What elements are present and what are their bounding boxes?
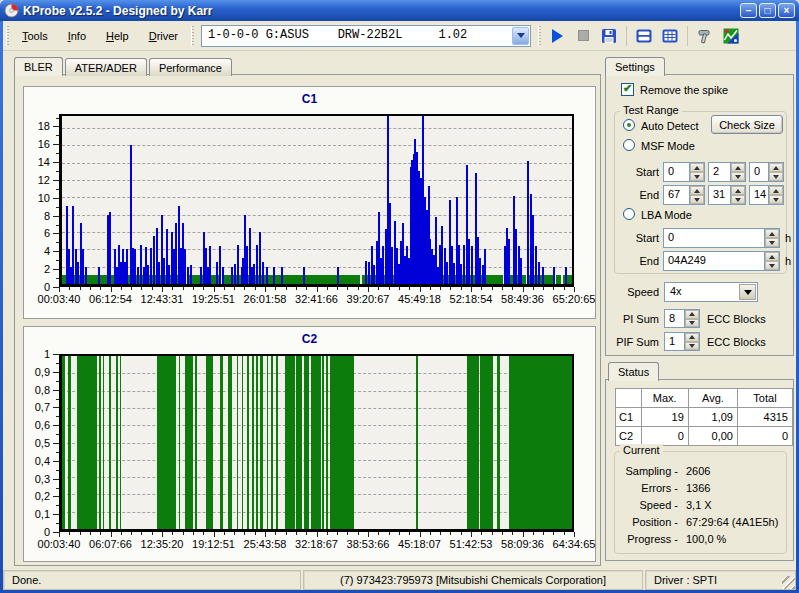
toolbar-grip[interactable] [6,26,9,46]
baseline-segment [544,275,552,284]
menu-item-tools[interactable]: Tools [12,27,58,45]
c1-spike [184,249,186,284]
auto-detect-label: Auto Detect [641,120,698,132]
spin-up-icon[interactable] [690,163,704,172]
c1-spike [77,262,79,284]
x-tick-label: 64:34:65 [542,538,606,550]
disc-info: (7) 973423:795973 [Mitsubishi Chemicals … [303,570,643,590]
pif-sum-field[interactable]: 1 [664,332,700,351]
title-bar[interactable]: KProbe v2.5.2 - Designed by Karr – □ × [0,0,799,21]
start-test-button[interactable] [545,24,569,48]
spin-down-icon[interactable] [765,238,779,247]
tick [255,532,256,535]
y-tick-label: 0,3 [35,473,50,485]
status-table: Max.Avg.TotalC1191,094315C200,000 [615,388,793,446]
chevron-down-icon[interactable] [739,284,756,300]
tick [430,532,431,535]
chevron-down-icon[interactable] [512,27,529,45]
menu-item-driver[interactable]: Driver [139,27,188,45]
spin-up-icon[interactable] [690,186,704,195]
msf-start-frame-field[interactable]: 0 [749,162,784,182]
spin-down-icon[interactable] [690,195,704,204]
spin-down-icon[interactable] [731,195,745,204]
c1-spike [484,249,486,284]
toolbar-grip[interactable] [191,26,194,46]
spin-up-icon[interactable] [685,310,699,319]
tab-status[interactable]: Status [608,362,659,381]
minimize-icon[interactable]: – [740,3,757,18]
auto-detect-radio[interactable] [623,119,635,131]
spin-down-icon[interactable] [765,261,779,270]
app-window: KProbe v2.5.2 - Designed by Karr – □ × T… [0,0,799,593]
tick [574,287,575,292]
maximize-icon[interactable]: □ [759,3,776,18]
c2-bar [416,356,418,529]
c2-x-axis-labels: 00:03:4006:07:6612:35:2019:12:5125:43:58… [59,538,574,551]
lba-mode-radio[interactable] [623,208,635,220]
spin-up-icon[interactable] [765,252,779,261]
check-size-button[interactable]: Check Size [711,115,783,134]
c1-spike [140,245,142,284]
c2-bar [77,356,97,529]
spin-down-icon[interactable] [769,172,783,181]
split-view-button[interactable] [632,24,656,48]
toolbar-grip[interactable] [538,26,541,46]
c2-bar [267,356,269,529]
spin-up-icon[interactable] [731,186,745,195]
menu-accel: H [106,30,114,42]
c1-spike [460,264,462,284]
tab-ater-ader[interactable]: ATER/ADER [65,58,147,76]
msf-end-frame-field[interactable]: 14 [749,185,784,205]
menu-item-info[interactable]: Info [58,27,96,45]
tab-performance[interactable]: Performance [149,58,232,76]
tick [492,532,493,535]
spin-down-icon[interactable] [731,172,745,181]
msf-start-sec-field[interactable]: 2 [708,162,746,182]
c1-spike [542,267,544,284]
c2-bar [256,356,258,529]
msf-end-min-field[interactable]: 67 [663,185,705,205]
status-table-header: Max. [641,389,688,408]
msf-end-sec-field[interactable]: 31 [708,185,746,205]
resize-grip[interactable] [782,576,795,589]
graph-button[interactable] [719,24,743,48]
stop-test-button[interactable] [571,24,595,48]
msf-start-min-field[interactable]: 0 [663,162,705,182]
close-icon[interactable]: × [778,3,795,18]
tools-button[interactable] [693,24,717,48]
spin-down-icon[interactable] [769,195,783,204]
lba-end-field[interactable]: 04A249 [663,251,780,271]
tab-bler[interactable]: BLER [14,57,63,76]
c1-spike [365,261,367,284]
current-row: Speed -3,1 X [614,497,784,514]
spin-up-icon[interactable] [765,229,779,238]
tab-settings[interactable]: Settings [605,57,665,76]
menu-item-help[interactable]: Help [96,27,139,45]
current-row-value: 3,1 X [678,497,784,514]
lba-start-field[interactable]: 0 [663,228,780,248]
spin-up-icon[interactable] [769,186,783,195]
spin-up-icon[interactable] [685,333,699,342]
spin-up-icon[interactable] [769,163,783,172]
c1-spike [259,232,261,284]
split-panels-icon [636,28,652,44]
spin-up-icon[interactable] [731,163,745,172]
save-button[interactable] [597,24,621,48]
remove-spike-checkbox[interactable] [621,83,634,96]
spin-down-icon[interactable] [685,319,699,328]
menu-toolbar-row: ToolsInfoHelpDriver 1-0-0-0 G:ASUS DRW-2… [3,21,796,51]
hammer-tools-icon [697,28,713,44]
c1-spike [453,263,455,284]
drive-select[interactable]: 1-0-0-0 G:ASUS DRW-22B2L 1.02 [201,25,531,47]
report-view-button[interactable] [658,24,682,48]
spin-down-icon[interactable] [690,172,704,181]
c1-spike [471,246,473,284]
speed-select[interactable]: 4x [664,282,758,302]
c2-bar [116,356,118,529]
start-icon [552,29,563,43]
tick [244,287,245,290]
spin-down-icon[interactable] [685,342,699,351]
msf-mode-radio[interactable] [623,139,635,151]
pi-sum-field[interactable]: 8 [664,309,700,328]
status-message: Done. [3,570,301,590]
